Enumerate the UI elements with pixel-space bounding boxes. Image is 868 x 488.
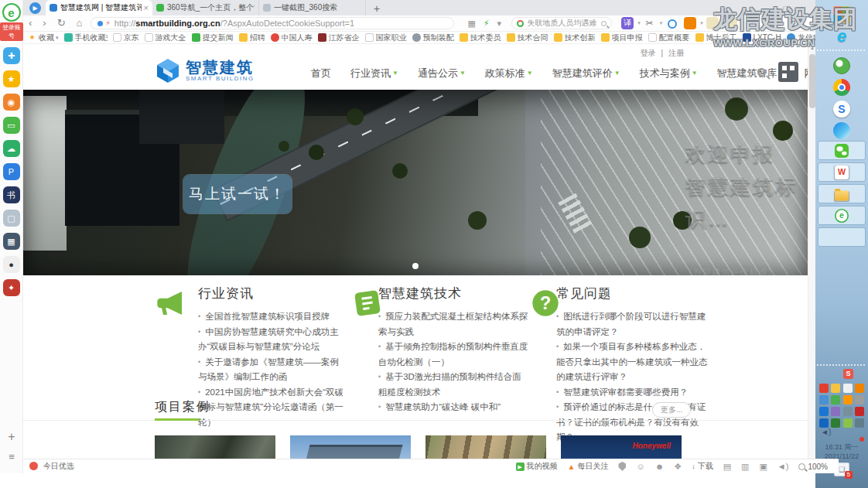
bookmark-item[interactable]: 国家职业 — [365, 32, 407, 43]
tray-icon[interactable] — [843, 418, 853, 428]
translate-extension-icon[interactable]: 译 — [621, 17, 634, 29]
copy-icon[interactable]: ▣ — [759, 462, 767, 471]
nav-item-行业资讯[interactable]: 行业资讯▼ — [350, 67, 398, 80]
tray-icon[interactable] — [855, 395, 864, 404]
bookmark-item[interactable]: 招聘 — [239, 32, 265, 43]
news-link[interactable]: 如果一个项目有多种楼栋多种业态，能否只拿出其中的一栋建筑或一种业态的建筑进行评审… — [556, 340, 714, 385]
address-bar[interactable]: ⚡ http://smartbuilding.org.cn/?AspxAutoD… — [91, 17, 454, 29]
translate-caret-icon[interactable]: ▾ — [637, 20, 641, 26]
game-red-icon[interactable]: ✦ — [3, 279, 20, 296]
tray-icon[interactable] — [819, 384, 829, 393]
more-button[interactable]: 更多... — [652, 402, 691, 418]
news-link[interactable]: 全国首批智慧建筑标识项目授牌 — [198, 309, 347, 325]
bookmark-item[interactable]: 博士后工 — [695, 32, 737, 43]
news-link[interactable]: 基于倾角控制指标的预制构件垂直度自动化检测（一） — [378, 340, 528, 370]
news-link[interactable]: 2021中国房地产技术创新大会“双碳目标与智慧建筑”分论坛邀请函（第一轮） — [198, 385, 347, 431]
sogou-tray-icon[interactable]: S — [843, 369, 853, 379]
tray-icon[interactable] — [819, 395, 829, 404]
dock-menu-button[interactable]: ≡ — [0, 451, 23, 462]
news-link[interactable]: 基于3D激光扫描的预制构件结合面粗糙度检测技术 — [378, 370, 528, 400]
news-link[interactable]: 图纸进行到哪个阶段可以进行智慧建筑的申请评定？ — [556, 309, 714, 340]
bookmark-item[interactable]: LXTC-H — [743, 33, 781, 42]
tray-icon[interactable] — [831, 395, 840, 404]
empty-slot-slot[interactable] — [818, 227, 866, 247]
mood-icon[interactable]: ☺ — [636, 462, 644, 471]
search-input[interactable]: 失联地质人员均遇难 — [527, 18, 601, 29]
cloud-sync-icon[interactable]: ☁ — [3, 140, 20, 157]
tray-icon[interactable] — [819, 418, 829, 428]
new-tab-button[interactable]: + — [374, 2, 380, 15]
tray-icon[interactable] — [855, 384, 864, 393]
tray-icon[interactable] — [855, 407, 864, 416]
grid-menu-icon[interactable]: ▦ — [467, 19, 475, 29]
tray-icon[interactable] — [843, 384, 853, 393]
nav-item-技术与案例[interactable]: 技术与案例▼ — [640, 67, 698, 80]
bookmark-item[interactable]: 京东 — [113, 32, 139, 43]
tray-icon[interactable] — [831, 384, 840, 393]
news-link[interactable]: 智慧建筑助力“碳达峰 碳中和” — [378, 400, 528, 415]
kuaikan-icon[interactable]: ◉ — [3, 94, 20, 111]
wps-icon[interactable]: W — [835, 165, 849, 179]
tray-icon[interactable] — [831, 418, 840, 428]
parrot-app-icon[interactable] — [833, 57, 850, 74]
browser-tab[interactable]: 一键截图_360搜索 — [259, 0, 366, 15]
window-controls[interactable]: ─ ❑ ✕ — [767, 5, 811, 13]
game-caret-icon[interactable]: ▾ — [700, 20, 703, 26]
bookmark-item[interactable]: 中国人寿 — [271, 32, 313, 43]
qr-code-icon[interactable] — [778, 62, 798, 82]
bookmark-item[interactable]: 龙信建设 — [787, 32, 815, 43]
forward-button[interactable]: › — [43, 16, 46, 30]
bookmark-caret-icon[interactable]: ▾ — [56, 35, 59, 41]
bookmark-item[interactable]: 提交新闻 — [192, 32, 234, 43]
screenshot-caret-icon[interactable]: ▾ — [660, 20, 663, 26]
reader-mode-icon[interactable]: ❖ — [674, 462, 682, 471]
search-icon[interactable] — [601, 21, 607, 26]
printer-icon[interactable]: ▤ — [723, 462, 731, 471]
security-shield-icon[interactable] — [618, 462, 626, 471]
bookmark-item[interactable]: 预制装配 — [412, 32, 454, 43]
nav-item-首页[interactable]: 首页 — [311, 67, 331, 80]
bookmark-item[interactable]: 游戏大全 — [145, 32, 186, 43]
qq-browser-icon[interactable] — [833, 122, 850, 139]
hero-carousel-image[interactable]: 马上试一试！ 欢迎申报智慧建筑标识… 《智慧建筑评价标准》 — [23, 90, 808, 275]
browser-360-icon[interactable]: e — [835, 208, 849, 222]
ie-icon[interactable]: e — [833, 28, 850, 45]
speed-mode-icon[interactable]: ⚡ — [105, 19, 110, 27]
bookmark-item[interactable]: 江苏省企 — [318, 32, 360, 43]
login-link[interactable]: 登录 — [641, 49, 656, 57]
bookmark-item[interactable]: 技术合同 — [507, 32, 548, 43]
zoom-control[interactable]: 100% — [798, 462, 828, 471]
tray-icon[interactable] — [843, 407, 853, 416]
extension-icon[interactable] — [725, 17, 737, 29]
nav-item-智慧建筑评价[interactable]: 智慧建筑评价▼ — [552, 67, 620, 80]
extension-icon[interactable] — [706, 17, 719, 29]
try-now-button[interactable]: 马上试一试！ — [183, 175, 292, 213]
page-scrollbar[interactable]: ▲ ▼ — [808, 45, 815, 473]
panda-game-icon[interactable]: ● — [3, 256, 20, 273]
carousel-dot[interactable] — [412, 263, 419, 269]
dock-add-button[interactable]: + — [0, 430, 23, 444]
game-center-icon[interactable]: ✚ — [3, 47, 20, 64]
tray-icon[interactable] — [855, 418, 864, 428]
back-button[interactable]: ‹ — [29, 16, 32, 30]
doc-helper-icon[interactable]: ▢ — [3, 210, 20, 227]
game-extension-icon[interactable] — [684, 17, 696, 29]
notes-icon[interactable]: ▭ — [3, 117, 20, 134]
search-box[interactable]: 失联地质人员均遇难 — [511, 17, 612, 29]
folder-icon[interactable] — [835, 190, 849, 200]
wps-icon-slot[interactable]: W — [818, 162, 866, 182]
find-magnifier-icon[interactable] — [665, 17, 678, 29]
speaker-icon[interactable]: ◄) — [777, 462, 789, 471]
login-account-badge[interactable]: 登录账号 — [0, 22, 23, 41]
browser-tab[interactable]: 360导航_一个主页，整个世界 — [152, 0, 259, 15]
tray-icon[interactable] — [831, 407, 840, 416]
browser-360-logo-icon[interactable]: e — [2, 3, 21, 22]
tray-icon[interactable] — [843, 395, 853, 404]
wechat-icon[interactable] — [835, 143, 849, 157]
news-link[interactable]: 关于邀请参加《智慧建筑——案例与场景》编制工作的函 — [198, 355, 347, 385]
nav-item-通告公示[interactable]: 通告公示▼ — [418, 67, 466, 80]
bookmark-item[interactable]: 手机收藏夹 — [64, 32, 108, 43]
screenshot-scissors-icon[interactable]: ✂ — [644, 17, 656, 29]
bolt-icon[interactable]: ⚡ — [484, 19, 490, 29]
volume-icon[interactable]: ◄) — [821, 428, 831, 436]
